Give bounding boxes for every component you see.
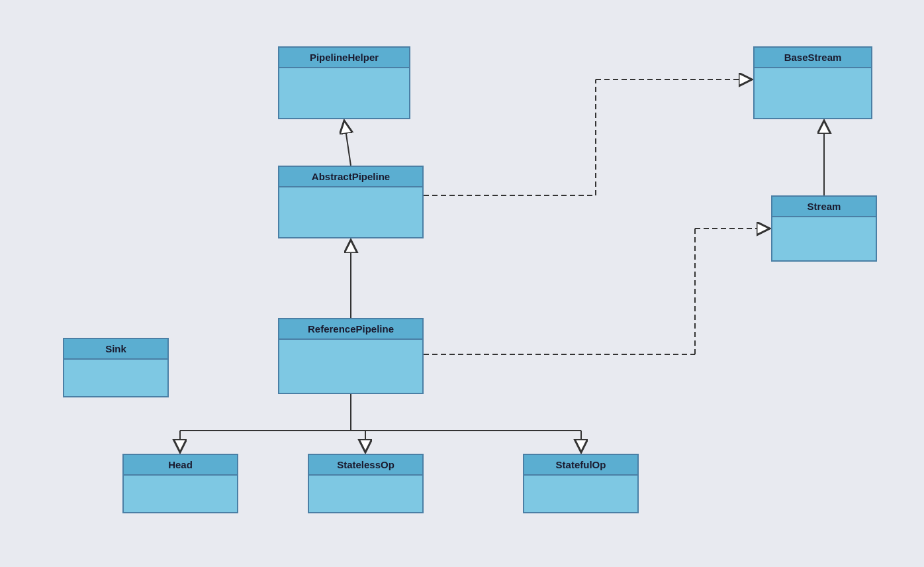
box-statelessop-body [309,476,422,512]
diagram-container: PipelineHelper AbstractPipeline Referenc… [0,0,924,567]
box-basestream-header: BaseStream [755,48,871,68]
box-statelessop-header: StatelessOp [309,455,422,476]
box-statefulop-body [524,476,637,512]
box-stream-header: Stream [772,197,876,217]
box-basestream: BaseStream [753,46,872,119]
box-abstractpipeline-body [279,187,422,237]
box-referencepipeline-body [279,340,422,393]
box-stream-body [772,217,876,260]
arrow-abstractpipeline-to-pipelinehelper [344,121,351,166]
box-statelessop: StatelessOp [308,454,424,513]
box-statefulop-header: StatefulOp [524,455,637,476]
box-statefulop: StatefulOp [523,454,639,513]
box-referencepipeline: ReferencePipeline [278,318,424,394]
box-abstractpipeline-header: AbstractPipeline [279,167,422,187]
box-basestream-body [755,68,871,118]
box-referencepipeline-header: ReferencePipeline [279,319,422,340]
box-head: Head [122,454,238,513]
box-stream: Stream [771,195,877,262]
box-sink-body [64,360,167,396]
box-pipelinehelper: PipelineHelper [278,46,410,119]
box-head-body [124,476,237,512]
box-head-header: Head [124,455,237,476]
box-sink: Sink [63,338,169,397]
box-pipelinehelper-header: PipelineHelper [279,48,409,68]
box-pipelinehelper-body [279,68,409,118]
box-sink-header: Sink [64,339,167,360]
box-abstractpipeline: AbstractPipeline [278,166,424,238]
